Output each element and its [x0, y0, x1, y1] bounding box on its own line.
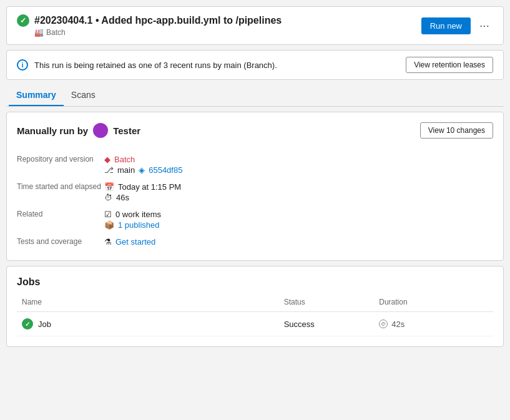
header-card: #20230404.1 • Added hpc-app.build.yml to… [6, 6, 504, 45]
tab-scans[interactable]: Scans [64, 85, 103, 106]
manually-run-label: Manually run by [17, 125, 88, 136]
run-success-icon [17, 14, 29, 27]
page-title: #20230404.1 • Added hpc-app.build.yml to… [34, 15, 282, 26]
info-icon: i [17, 59, 28, 71]
branch-icon: ⎇ [104, 165, 114, 175]
related-label: Related [17, 206, 104, 222]
published-row: 📦 1 published [104, 220, 493, 230]
col-header-name: Name [17, 295, 279, 312]
job-duration: 42s [391, 320, 405, 329]
workitem-icon: ☑ [104, 210, 112, 219]
job-name: Job [38, 320, 51, 329]
get-started-link[interactable]: Get started [115, 237, 155, 247]
repo-label: Repository and version [17, 151, 104, 167]
tests-value: ⚗ Get started [104, 233, 493, 250]
retention-banner: i This run is being retained as one of 3… [6, 50, 504, 80]
elapsed-row: ⏱ 46s [104, 193, 493, 202]
branch-name: main [117, 165, 135, 175]
job-status-cell: Success [279, 312, 375, 336]
run-new-button[interactable]: Run new [421, 17, 471, 34]
view-changes-button[interactable]: View 10 changes [420, 122, 493, 139]
retention-message: This run is being retained as one of 3 r… [34, 61, 277, 70]
tab-summary[interactable]: Summary [9, 85, 64, 106]
table-row[interactable]: Job Success ⏱ 42s [17, 312, 493, 336]
time-value: 📅 Today at 1:15 PM ⏱ 46s [104, 178, 493, 206]
view-retention-leases-button[interactable]: View retention leases [406, 57, 493, 73]
job-name-cell: Job [17, 312, 279, 336]
test-icon: ⚗ [104, 237, 112, 247]
job-success-icon [22, 318, 33, 330]
jobs-title: Jobs [17, 276, 493, 288]
batch-label: Batch [46, 28, 66, 37]
clock-icon: ⏱ [104, 193, 112, 202]
elapsed-time: 46s [116, 193, 129, 202]
repo-name: Batch [114, 155, 135, 164]
commit-hash: 6554df85 [149, 165, 182, 175]
work-items-row: ☑ 0 work items [104, 210, 493, 219]
repo-name-row: ◆ Batch [104, 155, 493, 164]
header-left: #20230404.1 • Added hpc-app.build.yml to… [17, 14, 282, 37]
manually-run-section: Manually run by Tester [17, 123, 140, 138]
time-started-row: 📅 Today at 1:15 PM [104, 182, 493, 192]
tests-label: Tests and coverage [17, 233, 104, 250]
artifact-icon: 📦 [104, 220, 114, 230]
job-duration-cell: ⏱ 42s [374, 312, 493, 336]
jobs-card: Jobs Name Status Duration Job [6, 266, 504, 347]
batch-icon: 🏭 [34, 28, 44, 37]
col-header-status: Status [279, 295, 375, 312]
summary-card: Manually run by Tester View 10 changes R… [6, 112, 504, 261]
time-started: Today at 1:15 PM [118, 182, 181, 192]
details-grid: Repository and version ◆ Batch ⎇ main ◈ … [17, 151, 493, 250]
header-title-row: #20230404.1 • Added hpc-app.build.yml to… [17, 14, 282, 27]
repo-value: ◆ Batch ⎇ main ◈ 6554df85 [104, 151, 493, 178]
more-icon: ⋯ [479, 21, 489, 31]
commit-icon: ◈ [139, 165, 145, 175]
col-header-duration: Duration [374, 295, 493, 312]
related-value: ☑ 0 work items 📦 1 published [104, 206, 493, 233]
page-wrapper: #20230404.1 • Added hpc-app.build.yml to… [0, 0, 510, 358]
work-items: 0 work items [115, 210, 161, 219]
branch-commit-row: ⎇ main ◈ 6554df85 [104, 165, 493, 175]
user-avatar [93, 123, 108, 138]
retention-left: i This run is being retained as one of 3… [17, 59, 277, 71]
time-label: Time started and elapsed [17, 178, 104, 195]
header-subtitle: 🏭 Batch [34, 28, 282, 37]
jobs-table-body: Job Success ⏱ 42s [17, 312, 493, 336]
diamond-icon: ◆ [104, 155, 110, 164]
calendar-icon: 📅 [104, 182, 114, 192]
summary-header: Manually run by Tester View 10 changes [17, 122, 493, 139]
user-name: Tester [113, 125, 140, 136]
more-options-button[interactable]: ⋯ [476, 17, 493, 34]
header-actions: Run new ⋯ [421, 17, 493, 34]
jobs-table: Name Status Duration Job Success [17, 295, 493, 336]
published: 1 published [118, 220, 160, 230]
get-started-row: ⚗ Get started [104, 237, 493, 247]
duration-inner: ⏱ 42s [379, 320, 488, 329]
tabs-row: Summary Scans [6, 85, 504, 107]
duration-clock-icon: ⏱ [379, 320, 388, 328]
jobs-table-header: Name Status Duration [17, 295, 493, 312]
job-name-inner: Job [22, 318, 274, 330]
